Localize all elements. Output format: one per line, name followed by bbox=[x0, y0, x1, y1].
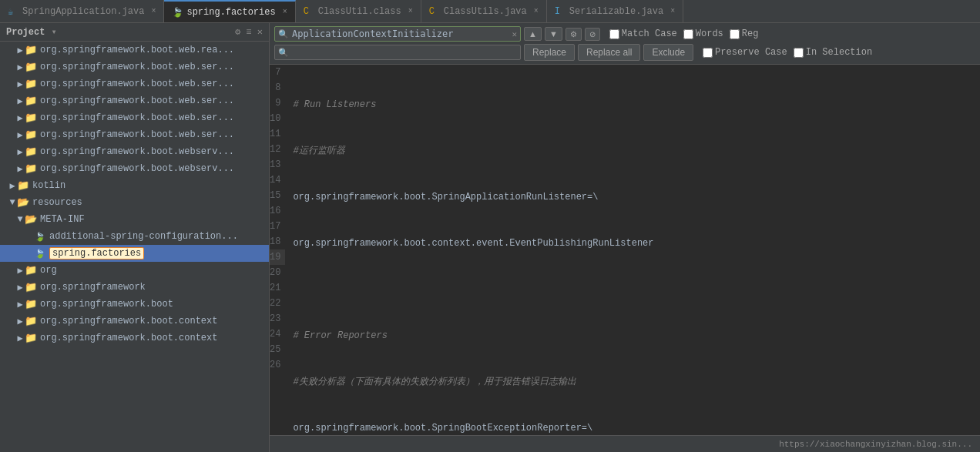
tab-springapplication[interactable]: ☕ SpringApplication.java × bbox=[0, 0, 164, 22]
sidebar-item-web3[interactable]: ▶ 📁 org.springframework.boot.web.ser... bbox=[0, 75, 269, 92]
tab-springfactories[interactable]: 🍃 spring.factories × bbox=[164, 0, 295, 22]
words-label[interactable]: Words bbox=[683, 28, 723, 39]
find-next-button[interactable]: ▼ bbox=[545, 27, 562, 41]
sidebar-item-springboot[interactable]: ▶ 📁 org.springframework.boot bbox=[0, 296, 269, 313]
arrow-icon: ▶ bbox=[15, 316, 25, 327]
find-input[interactable] bbox=[292, 28, 508, 39]
ln-16: 16 bbox=[270, 203, 285, 219]
ln-14: 14 bbox=[270, 172, 285, 188]
folder-icon: 📁 bbox=[25, 95, 37, 107]
tab-springapp-label: SpringApplication.java bbox=[22, 6, 144, 17]
folder-icon: 📁 bbox=[25, 129, 37, 141]
sidebar-item-metainf-label: META-INF bbox=[40, 214, 85, 225]
sidebar-item-springframework[interactable]: ▶ 📁 org.springframework bbox=[0, 279, 269, 296]
sidebar-item-webserv2-label: org.springframework.boot.webserv... bbox=[40, 163, 234, 174]
find-input-wrapper[interactable]: 🔍 ✕ bbox=[274, 26, 521, 42]
sidebar-item-web4[interactable]: ▶ 📁 org.springframework.boot.web.ser... bbox=[0, 92, 269, 109]
folder-icon: 📂 bbox=[17, 196, 29, 209]
sidebar-settings-icon[interactable]: ⚙ ≡ ✕ bbox=[235, 26, 263, 38]
in-selection-checkbox[interactable] bbox=[794, 48, 804, 58]
find-options-button[interactable]: ⚙ bbox=[566, 28, 582, 41]
regex-checkbox[interactable] bbox=[730, 29, 740, 39]
replace-input-wrapper[interactable]: 🔍 bbox=[274, 45, 521, 60]
ln-18: 18 bbox=[270, 234, 285, 249]
sidebar-item-resources[interactable]: ▼ 📂 resources bbox=[0, 194, 269, 211]
arrow-icon: ▶ bbox=[15, 282, 25, 293]
find-clear-icon[interactable]: ✕ bbox=[512, 29, 517, 39]
tab-serializable[interactable]: I Serializable.java × bbox=[547, 0, 683, 22]
arrow-icon: ▶ bbox=[15, 146, 25, 158]
tab-springfactories-close[interactable]: × bbox=[283, 8, 287, 16]
tab-classutils-close[interactable]: × bbox=[534, 7, 539, 15]
tab-classutil[interactable]: C ClassUtil.class × bbox=[296, 0, 421, 22]
sidebar-item-web2-label: org.springframework.boot.web.ser... bbox=[40, 62, 234, 72]
find-prev-button[interactable]: ▲ bbox=[524, 27, 542, 41]
exclude-button[interactable]: Exclude bbox=[643, 44, 693, 61]
sidebar-item-springfactories-label: spring.factories bbox=[49, 247, 144, 259]
sidebar-item-additional[interactable]: ▶ 🍃 additional-spring-configuration... bbox=[0, 228, 269, 245]
ln-25: 25 bbox=[270, 342, 285, 357]
sidebar-item-context[interactable]: ▶ 📁 org.springframework.boot.context bbox=[0, 313, 269, 330]
preserve-case-label[interactable]: Preserve Case bbox=[703, 47, 787, 58]
tab-classutil-close[interactable]: × bbox=[408, 7, 413, 15]
arrow-icon: ▼ bbox=[15, 214, 25, 225]
sidebar-item-web4-label: org.springframework.boot.web.ser... bbox=[40, 95, 234, 106]
ln-23: 23 bbox=[270, 311, 285, 326]
tab-bar: ☕ SpringApplication.java × 🍃 spring.fact… bbox=[0, 0, 980, 23]
replace-input[interactable] bbox=[289, 47, 517, 58]
java-icon: ☕ bbox=[8, 6, 18, 17]
words-checkbox[interactable] bbox=[683, 29, 693, 39]
sidebar: Project ▾ ⚙ ≡ ✕ ▶ 📁 org.springframework.… bbox=[0, 23, 270, 452]
sidebar-item-metainf[interactable]: ▼ 📂 META-INF bbox=[0, 211, 269, 228]
replace-all-button[interactable]: Replace all bbox=[578, 44, 640, 61]
preserve-case-checkbox[interactable] bbox=[703, 48, 713, 58]
regex-label[interactable]: Reg bbox=[730, 28, 759, 39]
folder-icon: 📁 bbox=[25, 264, 37, 276]
tab-springapp-close[interactable]: × bbox=[151, 7, 156, 15]
sidebar-item-springframework-label: org.springframework bbox=[40, 282, 146, 293]
find-replace-bar: 🔍 ✕ ▲ ▼ ⚙ ⊘ Match Case bbox=[270, 23, 980, 65]
match-case-checkbox[interactable] bbox=[609, 29, 619, 39]
tab-classutils[interactable]: C ClassUtils.java × bbox=[421, 0, 547, 22]
ln-12: 12 bbox=[270, 142, 285, 157]
spring-file-icon2: 🍃 bbox=[34, 247, 46, 259]
sidebar-item-context-label: org.springframework.boot.context bbox=[40, 316, 217, 326]
sidebar-item-webserv1[interactable]: ▶ 📁 org.springframework.boot.webserv... bbox=[0, 143, 269, 160]
sidebar-item-springfactories[interactable]: ▶ 🍃 spring.factories bbox=[0, 245, 269, 262]
sidebar-item-org-label: org bbox=[40, 265, 57, 276]
arrow-icon: ▶ bbox=[15, 112, 25, 124]
code-editor: 7 8 9 10 11 12 13 14 15 16 17 18 19 20 2… bbox=[270, 65, 980, 435]
replace-button[interactable]: Replace bbox=[524, 44, 575, 61]
sidebar-item-web1[interactable]: ▶ 📁 org.springframework.boot.web.rea... bbox=[0, 42, 269, 59]
sidebar-item-web6[interactable]: ▶ 📁 org.springframework.boot.web.ser... bbox=[0, 126, 269, 143]
in-selection-label[interactable]: In Selection bbox=[794, 47, 872, 58]
sidebar-item-context2[interactable]: ▶ 📁 org.springframework.boot.context bbox=[0, 330, 269, 347]
sidebar-item-webserv2[interactable]: ▶ 📁 org.springframework.boot.webserv... bbox=[0, 160, 269, 177]
sidebar-item-webserv1-label: org.springframework.boot.webserv... bbox=[40, 146, 234, 157]
sidebar-item-kotlin-label: kotlin bbox=[32, 180, 65, 191]
arrow-icon: ▶ bbox=[8, 180, 17, 192]
folder-icon: 📁 bbox=[25, 61, 37, 73]
classutils-icon: C bbox=[429, 6, 440, 17]
folder-icon: 📁 bbox=[25, 44, 37, 56]
sidebar-item-context2-label: org.springframework.boot.context bbox=[40, 333, 217, 343]
tab-serializable-close[interactable]: × bbox=[670, 7, 675, 15]
sidebar-item-web6-label: org.springframework.boot.web.ser... bbox=[40, 129, 234, 140]
sidebar-item-web1-label: org.springframework.boot.web.rea... bbox=[40, 45, 234, 55]
ln-15: 15 bbox=[270, 188, 285, 203]
folder-icon: 📁 bbox=[25, 146, 37, 158]
arrow-icon: ▶ bbox=[15, 163, 25, 175]
folder-icon: 📂 bbox=[25, 213, 37, 226]
sidebar-item-org[interactable]: ▶ 📁 org bbox=[0, 262, 269, 279]
sidebar-item-kotlin[interactable]: ▶ 📁 kotlin bbox=[0, 177, 269, 194]
arrow-icon: ▶ bbox=[15, 333, 25, 344]
ln-21: 21 bbox=[270, 280, 285, 296]
spring-file-icon: 🍃 bbox=[34, 230, 46, 243]
ln-22: 22 bbox=[270, 296, 285, 311]
ln-11: 11 bbox=[270, 126, 285, 142]
match-case-label[interactable]: Match Case bbox=[609, 28, 677, 39]
sidebar-item-web5[interactable]: ▶ 📁 org.springframework.boot.web.ser... bbox=[0, 109, 269, 126]
ln-24: 24 bbox=[270, 326, 285, 342]
sidebar-item-web2[interactable]: ▶ 📁 org.springframework.boot.web.ser... bbox=[0, 59, 269, 75]
find-filter-button[interactable]: ⊘ bbox=[585, 28, 600, 41]
